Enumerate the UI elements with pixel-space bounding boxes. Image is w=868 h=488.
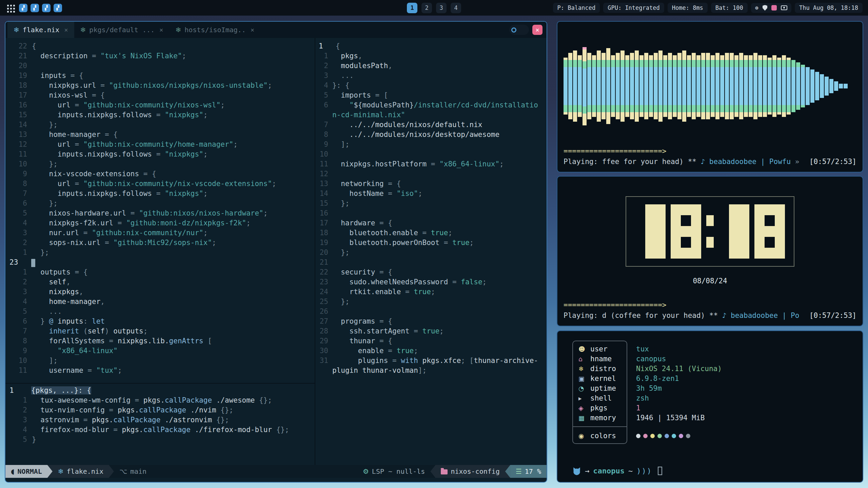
code-line[interactable]: 2 tux-nvim-config = pkgs.callPackage ./n… (5, 405, 315, 415)
code-line[interactable]: 6 }; (5, 199, 315, 208)
code-line[interactable]: 23 (5, 258, 315, 267)
editor-tab[interactable]: ❄flake.nix× (7, 22, 74, 38)
code-line[interactable]: 14 hostName = "iso"; (315, 189, 547, 199)
tab-close-icon[interactable]: × (159, 26, 163, 34)
app-launcher-icon[interactable] (5, 3, 15, 13)
code-line[interactable]: n-cd-minimal.nix" (315, 110, 547, 120)
code-line[interactable]: 1 pkgs, (315, 51, 547, 61)
code-line[interactable]: 22{ (5, 41, 315, 51)
code-line[interactable]: 3 nixpkgs, (5, 287, 315, 297)
code-line[interactable]: 12 url = "github:nix-community/home-mana… (5, 140, 315, 149)
network-icon[interactable]: ⊕ (755, 5, 758, 11)
code-line[interactable]: 5} (5, 435, 315, 445)
code-line[interactable]: 26 (315, 307, 547, 317)
theme-toggle[interactable] (509, 25, 529, 35)
code-line[interactable]: 18 bluetooth.enable = true; (315, 228, 547, 238)
code-line[interactable]: 21 description = "tux's NixOS Flake"; (5, 51, 315, 61)
code-line[interactable]: 1{pkgs, ...}: { (5, 386, 315, 395)
code-line[interactable]: 4}: { (315, 81, 547, 90)
code-line[interactable]: 17 nixos-wsl = { (5, 90, 315, 100)
workspace-tag-4[interactable]: 4 (451, 3, 461, 13)
code-line[interactable]: 20 (5, 61, 315, 71)
code-line[interactable]: 13 home-manager = { (5, 130, 315, 140)
code-pane-iso[interactable]: 1{1 pkgs,2 modulesPath,3 ...4}: {5 impor… (315, 38, 547, 465)
code-line[interactable]: 24 rtkit.enable = true; (315, 287, 547, 297)
code-line[interactable]: 4 nixpkgs-f2k.url = "github:moni-dz/nixp… (5, 218, 315, 228)
code-line[interactable]: 9 ]; (315, 140, 547, 149)
code-line[interactable]: 30 enable = true; (315, 346, 547, 356)
code-line[interactable]: 19 bluetooth.powerOnBoot = true; (315, 238, 547, 248)
code-line[interactable]: 21 (315, 258, 547, 267)
code-line[interactable]: 14 }; (5, 120, 315, 130)
code-line[interactable]: 31 plugins = with pkgs.xfce; [thunar-arc… (315, 356, 547, 366)
code-line[interactable]: 15 inputs.nixpkgs.follows = "nixpkgs"; (5, 110, 315, 120)
code-line[interactable]: 6 } @ inputs: let (5, 317, 315, 326)
code-line[interactable]: 7 inputs.nixpkgs.follows = "nixpkgs"; (5, 189, 315, 199)
code-line[interactable]: 29 thunar = { (315, 336, 547, 346)
app-icon[interactable]: ▞ (31, 4, 39, 12)
code-line[interactable]: 4 home-manager, (5, 297, 315, 307)
code-line[interactable]: 19 inputs = { (5, 71, 315, 81)
code-pane-pkgs[interactable]: 1{pkgs, ...}: {1 tux-awesome-wm-config =… (5, 384, 315, 465)
code-line[interactable]: 10 (315, 149, 547, 159)
code-line[interactable]: 23 sudo.wheelNeedsPassword = false; (315, 277, 547, 287)
code-line[interactable]: 11 inputs.nixpkgs.follows = "nixpkgs"; (5, 149, 315, 159)
terminal-cursor[interactable] (658, 467, 662, 475)
code-line[interactable]: 4 firefox-mod-blur = pkgs.callPackage ./… (5, 425, 315, 435)
code-line[interactable]: 5 imports = [ (315, 90, 547, 100)
code-line[interactable]: 12 (315, 169, 547, 179)
code-line[interactable]: 11 nixpkgs.hostPlatform = "x86_64-linux"… (315, 159, 547, 169)
code-line[interactable]: 3 ... (315, 71, 547, 81)
workspace-tag-3[interactable]: 3 (436, 3, 447, 13)
camera-icon[interactable] (781, 5, 787, 10)
app-icon[interactable]: ▞ (42, 4, 51, 12)
code-line[interactable]: plugin thunar-volman]; (315, 366, 547, 375)
workspace-tag-2[interactable]: 2 (421, 3, 432, 13)
code-line[interactable]: 2 self, (5, 277, 315, 287)
shell-prompt[interactable]: → canopus ~ ))) (572, 467, 863, 475)
shield-icon[interactable] (763, 5, 767, 11)
code-line[interactable]: 9 nix-vscode-extensions = { (5, 169, 315, 179)
code-line[interactable]: 20 }; (315, 248, 547, 258)
code-line[interactable]: 27 programs = { (315, 317, 547, 326)
code-pane-flake[interactable]: 22{21 description = "tux's NixOS Flake";… (5, 38, 315, 383)
code-line[interactable]: 5 nixos-hardware.url = "github:nixos/nix… (5, 208, 315, 218)
editor-tab[interactable]: ❄pkgs/default ...× (74, 22, 170, 38)
app-icon[interactable]: ▞ (54, 4, 62, 12)
code-line[interactable]: 16 (315, 208, 547, 218)
code-line[interactable]: 5 ... (5, 307, 315, 317)
record-icon[interactable] (771, 5, 777, 11)
code-line[interactable]: 15 }; (315, 199, 547, 208)
editor-tab[interactable]: ❄hosts/isoImag..× (169, 22, 260, 38)
code-line[interactable]: 1{ (315, 41, 547, 51)
code-line[interactable]: 17 hardware = { (315, 218, 547, 228)
code-line[interactable]: 1 tux-awesome-wm-config = pkgs.callPacka… (5, 395, 315, 405)
code-line[interactable]: 7 inherit (self) outputs; (5, 326, 315, 336)
code-line[interactable]: 8 forAllSystems = nixpkgs.lib.genAttrs [ (5, 336, 315, 346)
code-line[interactable]: 1 }; (5, 248, 315, 258)
tab-close-icon[interactable]: × (251, 26, 254, 34)
code-line[interactable]: 2 sops-nix.url = "github:Mic92/sops-nix"… (5, 238, 315, 248)
code-line[interactable]: 10 }; (5, 159, 315, 169)
code-line[interactable]: 8 ../../modules/nixos/desktop/awesome (315, 130, 547, 140)
code-line[interactable]: 9 "x86_64-linux" (5, 346, 315, 356)
window-close-button[interactable]: × (532, 25, 542, 35)
app-icon[interactable]: ▞ (19, 4, 27, 12)
code-line[interactable]: 18 nixpkgs.url = "github:nixos/nixpkgs/n… (5, 81, 315, 90)
code-line[interactable]: 3 nur.url = "github:nix-community/nur"; (5, 228, 315, 238)
code-line[interactable]: 22 security = { (315, 267, 547, 277)
code-line[interactable]: 8 url = "github:nix-community/nix-vscode… (5, 179, 315, 189)
code-line[interactable]: 3 astronvim = pkgs.callPackage ./astronv… (5, 415, 315, 425)
tab-close-icon[interactable]: × (64, 26, 68, 34)
code-line[interactable]: 1 outputs = { (5, 267, 315, 277)
code-line[interactable]: 7 ../../modules/nixos/default.nix (315, 120, 547, 130)
workspace-tag-1[interactable]: 1 (407, 3, 417, 13)
code-line[interactable]: 6 "${modulesPath}/installer/cd-dvd/insta… (315, 100, 547, 110)
code-line[interactable]: 25 }; (315, 297, 547, 307)
code-line[interactable]: 28 ssh.startAgent = true; (315, 326, 547, 336)
code-line[interactable]: 13 networking = { (315, 179, 547, 189)
code-line[interactable]: 16 url = "github:nix-community/nixos-wsl… (5, 100, 315, 110)
code-line[interactable]: 2 modulesPath, (315, 61, 547, 71)
code-line[interactable]: 10 ]; (5, 356, 315, 366)
code-line[interactable]: 11 username = "tux"; (5, 366, 315, 375)
